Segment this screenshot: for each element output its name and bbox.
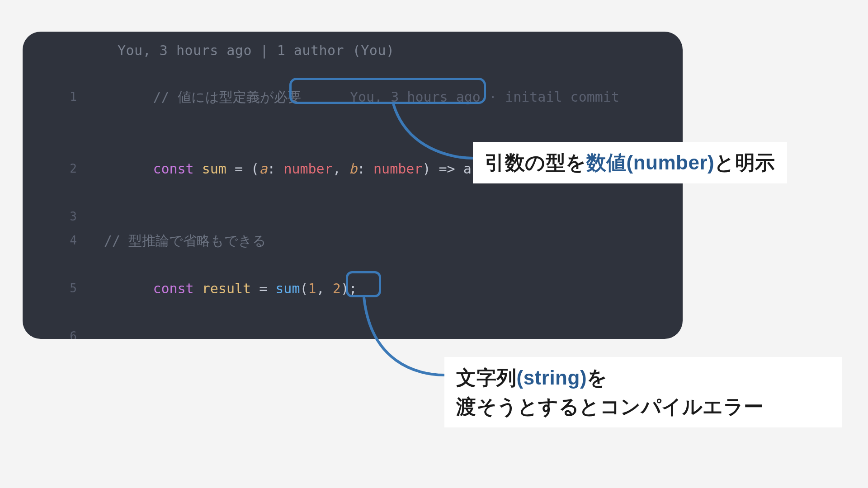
code-line: 6 — [23, 324, 683, 339]
param: a — [259, 161, 267, 177]
callout-accent: 数値(number) — [586, 151, 715, 174]
keyword: const — [153, 281, 193, 296]
code-editor: You, 3 hours ago | 1 author (You) 1 // 値… — [23, 32, 683, 339]
code-line: 4 // 型推論で省略もできる — [23, 229, 683, 253]
identifier: result — [202, 281, 251, 296]
number: 2 — [333, 281, 341, 296]
param: b — [349, 161, 357, 177]
line-number: 2 — [23, 157, 104, 181]
code-line: 3 — [23, 205, 683, 229]
callout-accent: (string) — [517, 366, 587, 389]
punct: , — [316, 281, 333, 296]
type: number — [283, 161, 332, 177]
punct: ( — [300, 281, 308, 296]
number: 1 — [308, 281, 316, 296]
callout-compile-error: 文字列(string)を 渡そうとするとコンパイルエラー — [444, 357, 842, 427]
line-number: 3 — [23, 205, 104, 229]
keyword: const — [153, 161, 193, 177]
callout-text: と明示 — [714, 151, 775, 174]
line-number: 5 — [23, 277, 104, 300]
line-number: 4 — [23, 229, 104, 253]
callout-text: 文字列 — [456, 366, 517, 389]
code-line: 1 // 値には型定義が必要 You, 3 hours ago · initai… — [23, 61, 683, 133]
code-line: 5 const result = sum(1, 2); — [23, 253, 683, 324]
comment: // 値には型定義が必要 — [153, 89, 301, 105]
identifier: sum — [202, 161, 226, 177]
git-blame-header: You, 3 hours ago | 1 author (You) — [118, 42, 683, 58]
punct: ); — [341, 281, 357, 296]
callout-text: 渡そうとするとコンパイルエラー — [456, 395, 764, 418]
callout-text: を — [587, 366, 608, 389]
callout-param-type: 引数の型を数値(number)と明示 — [473, 142, 787, 183]
line-number: 6 — [23, 324, 104, 339]
comment: // 型推論で省略もできる — [104, 233, 266, 249]
type: number — [373, 161, 422, 177]
line-number: 1 — [23, 85, 104, 109]
inline-blame: You, 3 hours ago · initail commit — [350, 89, 619, 105]
callout-text: 引数の型を — [485, 151, 586, 174]
function-call: sum — [275, 281, 300, 296]
